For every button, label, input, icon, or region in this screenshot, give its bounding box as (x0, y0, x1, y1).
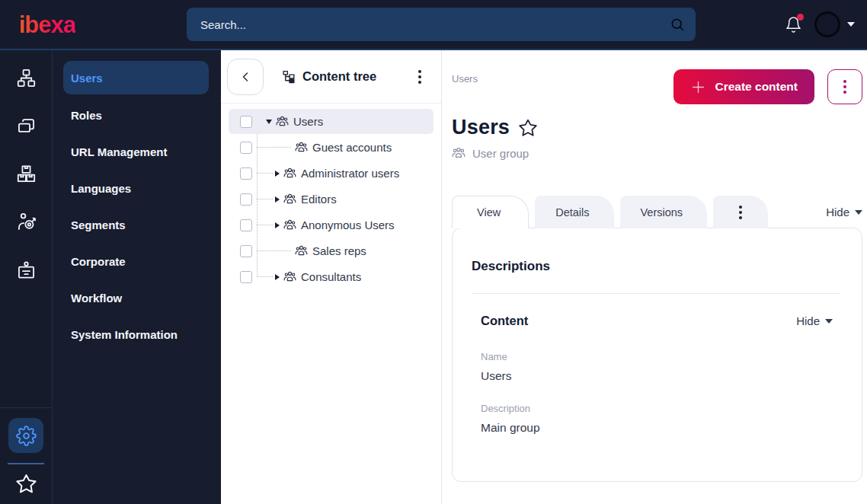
tree-item-anonymous-users[interactable]: Anonymous Users (229, 212, 434, 238)
star-icon[interactable] (15, 473, 37, 495)
tree-item-administrator-users[interactable]: Administrator users (229, 161, 434, 186)
tree-connector (257, 199, 273, 199)
tree-item-consultants[interactable]: Consultants (229, 264, 434, 289)
sidebar-item-roles[interactable]: Roles (53, 97, 221, 133)
tree-item-label: Consultants (301, 270, 361, 283)
main-header: Users Create content (452, 69, 862, 104)
hide-all-toggle[interactable]: Hide (826, 206, 862, 219)
field-description: Description Main group (481, 403, 840, 435)
sidebar-item-corporate[interactable]: Corporate (53, 243, 221, 279)
expand-caret-icon[interactable] (275, 171, 280, 177)
user-menu[interactable] (814, 11, 855, 37)
user-group-icon (295, 244, 308, 257)
search-icon[interactable] (670, 17, 685, 32)
tree-item-editors[interactable]: Editors (229, 187, 434, 212)
hide-all-label: Hide (826, 206, 849, 219)
field-label: Description (481, 403, 840, 414)
tabs-more-kebab[interactable] (713, 196, 768, 228)
tree-checkbox[interactable] (240, 116, 252, 128)
tree-connector (257, 276, 273, 277)
gear-icon[interactable] (8, 418, 43, 453)
top-bar: ibexa (0, 0, 867, 50)
tab-view[interactable]: View (452, 196, 529, 228)
tree-checkbox[interactable] (240, 271, 252, 283)
sidebar-item-segments[interactable]: Segments (53, 206, 221, 243)
tree-connector (257, 225, 273, 225)
tree-checkbox[interactable] (240, 142, 252, 154)
tree-checkbox[interactable] (240, 219, 252, 231)
collapse-tree-button[interactable] (227, 59, 264, 95)
content-type-row: User group (452, 146, 862, 160)
tree-item-guest-accounts[interactable]: Guest accounts (229, 135, 434, 160)
content-section-hide-toggle[interactable]: Hide (796, 314, 833, 327)
user-group-icon (452, 146, 465, 160)
tree-item-sales-reps[interactable]: Sales reps (229, 238, 434, 263)
sidebar-item-languages[interactable]: Languages (53, 170, 221, 206)
field-value: Main group (481, 421, 840, 435)
body-row: Users Roles URL Management Languages Seg… (0, 50, 867, 504)
topbar-right (785, 11, 855, 37)
descriptions-heading: Descriptions (472, 259, 840, 274)
content-section-heading: Content (481, 314, 528, 328)
id-badge-icon[interactable] (9, 253, 43, 286)
tree-checkbox[interactable] (240, 245, 252, 257)
tree-item-users[interactable]: Users (229, 109, 434, 134)
pages-icon[interactable] (9, 109, 43, 142)
personalization-target-icon[interactable] (9, 205, 43, 238)
content-tree-header: Content tree (221, 50, 441, 104)
header-actions: Create content (673, 69, 862, 104)
create-content-button[interactable]: Create content (673, 69, 814, 104)
logo-area: ibexa (19, 13, 187, 37)
chevron-down-icon (825, 319, 833, 324)
notification-badge (797, 14, 804, 21)
tree-item-label: Administrator users (301, 167, 399, 180)
content-tree-icon (282, 69, 296, 84)
tab-details[interactable]: Details (535, 196, 613, 228)
ibexa-admin-app: ibexa (0, 0, 867, 504)
bookmark-star-icon[interactable] (518, 118, 538, 138)
sidebar-item-url-management[interactable]: URL Management (53, 133, 221, 170)
page-title: Users (452, 116, 510, 139)
sidebar-item-workflow[interactable]: Workflow (53, 279, 221, 316)
tabs-row: View Details Versions Hide (452, 196, 862, 228)
collapse-caret-icon[interactable] (266, 120, 272, 124)
main-content: Users Create content (442, 50, 867, 504)
content-section-hide-label: Hide (796, 314, 820, 327)
tree-item-label: Anonymous Users (301, 219, 395, 231)
notifications-button[interactable] (785, 16, 802, 33)
content-tree-panel: Content tree Users Guest account (221, 50, 442, 504)
field-value: Users (481, 369, 840, 383)
card-divider (472, 293, 840, 294)
title-row: Users (452, 116, 862, 139)
tab-versions[interactable]: Versions (620, 196, 708, 228)
user-group-icon (276, 115, 289, 128)
field-name: Name Users (481, 351, 840, 383)
tree-item-label: Users (293, 115, 323, 128)
primary-icon-sidebar (0, 50, 53, 504)
ibexa-logo[interactable]: ibexa (19, 13, 75, 37)
page-options-kebab[interactable] (827, 69, 862, 104)
sidebar-item-users[interactable]: Users (63, 61, 209, 94)
expand-caret-icon[interactable] (275, 222, 280, 228)
tree-connector (257, 173, 273, 174)
field-label: Name (481, 351, 840, 362)
sidebar-divider (0, 407, 53, 408)
breadcrumb[interactable]: Users (452, 73, 478, 85)
user-group-icon (283, 219, 296, 231)
tree-item-label: Guest accounts (312, 141, 392, 154)
expand-caret-icon[interactable] (275, 196, 280, 203)
content-section: Content Hide Name Users Description Main… (472, 314, 840, 435)
tree-options-kebab[interactable] (414, 65, 426, 88)
content-section-head: Content Hide (481, 314, 840, 328)
expand-caret-icon[interactable] (275, 274, 280, 280)
tree-connector (257, 147, 291, 148)
sidebar-item-system-information[interactable]: System Information (53, 316, 221, 352)
search-input[interactable] (199, 18, 670, 32)
content-tree-title: Content tree (302, 69, 376, 84)
global-search[interactable] (187, 8, 696, 41)
tree-checkbox[interactable] (240, 167, 252, 180)
avatar[interactable] (814, 11, 840, 37)
sitemap-icon[interactable] (9, 61, 43, 94)
tree-checkbox[interactable] (240, 193, 252, 206)
product-boxes-icon[interactable] (9, 157, 43, 190)
